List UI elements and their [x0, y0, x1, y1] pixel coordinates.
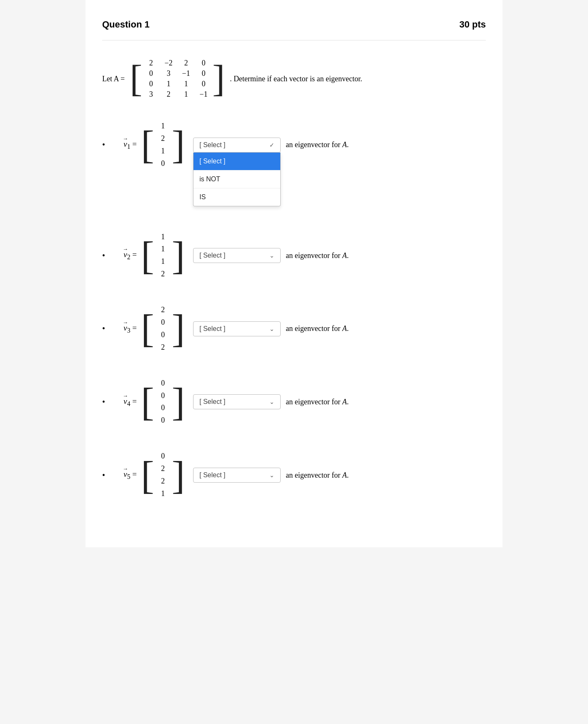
vector-v4: [ 0 0 0 0 ]	[141, 376, 185, 428]
vector-v1-label: v1 =	[108, 140, 137, 150]
v1-cell-1: 2	[159, 133, 167, 145]
v5-select-wrapper: [ Select ] ⌄	[193, 468, 281, 483]
v2-bracket-right: ]	[172, 236, 185, 276]
vector-v4-label: v4 =	[108, 397, 137, 408]
matrix-bracket-right: ]	[212, 60, 225, 98]
vector-v3-row: • v3 = [ 2 0 0 2 ] [ Select ] ⌄ an eigen…	[102, 303, 486, 355]
vector-v4-row: • v4 = [ 0 0 0 0 ] [ Select ] ⌄ an eigen…	[102, 376, 486, 428]
v4-eigenvector-text: an eigenvector for A.	[286, 398, 349, 406]
v4-bracket-right: ]	[172, 382, 185, 422]
v5-arrow-label: v	[123, 470, 127, 479]
v5-eigenvector-text: an eigenvector for A.	[286, 471, 349, 480]
v1-cell-2: 1	[159, 145, 167, 157]
v2-eigenvector-text: an eigenvector for A.	[286, 251, 349, 260]
v5-cell-1: 2	[159, 463, 167, 475]
v4-cell-2: 0	[159, 402, 167, 414]
chevron-down-icon: ✓	[269, 142, 274, 148]
v4-cell-3: 0	[159, 415, 167, 426]
chevron-down-icon: ⌄	[269, 252, 274, 259]
matrix-cell: −2	[164, 59, 173, 68]
vector-v1: [ 1 2 1 0 ]	[141, 119, 185, 171]
v4-cell-1: 0	[159, 390, 167, 402]
bullet: •	[102, 140, 105, 150]
v1-grid: 1 2 1 0	[154, 119, 172, 171]
v1-option-is[interactable]: IS	[193, 188, 280, 206]
matrix-bracket-left: [	[130, 60, 142, 98]
v1-bracket-right: ]	[172, 125, 185, 165]
v3-select-label: [ Select ]	[199, 325, 225, 333]
v1-select-wrapper: [ Select ] ✓ [ Select ] is NOT IS	[193, 138, 281, 153]
matrix-cell: 0	[199, 59, 208, 68]
vector-v5-row: • v5 = [ 0 2 2 1 ] [ Select ] ⌄ an eigen…	[102, 449, 486, 501]
matrix-grid: 2 −2 2 0 0 3 −1 0 0 1 1 0 3 2 1 −1	[142, 55, 212, 102]
bullet: •	[102, 471, 105, 480]
v4-cell-0: 0	[159, 378, 167, 389]
matrix-cell: 3	[146, 90, 156, 99]
vector-v2-row: • v2 = [ 1 1 1 2 ] [ Select ] ⌄ an eigen…	[102, 230, 486, 282]
v2-arrow-label: v	[123, 250, 127, 259]
v3-eigenvector-text: an eigenvector for A.	[286, 324, 349, 333]
v3-bracket-left: [	[141, 309, 154, 348]
v1-dropdown-area: [ Select ] ✓ [ Select ] is NOT IS an eig…	[193, 138, 349, 153]
v3-bracket-right: ]	[172, 309, 185, 348]
v3-cell-0: 2	[159, 304, 167, 316]
matrix-cell: 1	[181, 90, 191, 99]
v2-dropdown-area: [ Select ] ⌄ an eigenvector for A.	[193, 248, 349, 263]
v2-grid: 1 1 1 2	[154, 230, 172, 282]
v2-bracket-left: [	[141, 236, 154, 276]
v3-select-box[interactable]: [ Select ] ⌄	[193, 321, 281, 336]
chevron-down-icon: ⌄	[269, 326, 274, 332]
vector-v3-label: v3 =	[108, 323, 137, 334]
matrix-cell: 2	[146, 59, 156, 68]
v2-cell-1: 1	[159, 243, 167, 255]
v1-bracket-left: [	[141, 125, 154, 165]
vector-v5-label: v5 =	[108, 470, 137, 481]
v5-cell-2: 2	[159, 476, 167, 487]
v5-bracket-right: ]	[172, 456, 185, 495]
v1-eigenvector-text: an eigenvector for A.	[286, 140, 349, 149]
bullet: •	[102, 324, 105, 333]
v3-arrow-label: v	[123, 323, 127, 333]
vector-v5: [ 0 2 2 1 ]	[141, 449, 185, 501]
v1-cell-3: 0	[159, 158, 167, 170]
v1-select-label: [ Select ]	[199, 141, 225, 149]
v4-grid: 0 0 0 0	[154, 376, 172, 428]
v4-arrow-label: v	[123, 397, 127, 406]
v4-select-wrapper: [ Select ] ⌄	[193, 394, 281, 409]
matrix-cell: 2	[164, 90, 173, 99]
problem-prefix: Let A =	[102, 75, 125, 83]
v2-select-label: [ Select ]	[199, 252, 225, 259]
v5-select-label: [ Select ]	[199, 471, 225, 479]
v1-cell-0: 1	[159, 120, 167, 132]
v1-arrow-label: v	[123, 140, 127, 149]
matrix-cell: 0	[146, 69, 156, 78]
v5-dropdown-area: [ Select ] ⌄ an eigenvector for A.	[193, 468, 349, 483]
v2-select-box[interactable]: [ Select ] ⌄	[193, 248, 281, 263]
v4-dropdown-area: [ Select ] ⌄ an eigenvector for A.	[193, 394, 349, 409]
v5-select-box[interactable]: [ Select ] ⌄	[193, 468, 281, 483]
matrix-cell: 1	[164, 80, 173, 88]
chevron-down-icon: ⌄	[269, 472, 274, 478]
v3-dropdown-area: [ Select ] ⌄ an eigenvector for A.	[193, 321, 349, 336]
v1-dropdown-menu: [ Select ] is NOT IS	[193, 153, 281, 206]
matrix-cell: 3	[164, 69, 173, 78]
v3-cell-3: 2	[159, 342, 167, 353]
v1-option-is-not[interactable]: is NOT	[193, 170, 280, 188]
v5-cell-0: 0	[159, 451, 167, 462]
v5-cell-3: 1	[159, 488, 167, 500]
v5-bracket-left: [	[141, 456, 154, 495]
v5-grid: 0 2 2 1	[154, 449, 172, 501]
matrix-cell: −1	[199, 90, 208, 99]
v4-select-box[interactable]: [ Select ] ⌄	[193, 394, 281, 409]
question-title: Question 1	[102, 19, 150, 30]
v1-option-select[interactable]: [ Select ]	[193, 153, 280, 170]
chevron-down-icon: ⌄	[269, 398, 274, 405]
v3-select-wrapper: [ Select ] ⌄	[193, 321, 281, 336]
v4-select-label: [ Select ]	[199, 398, 225, 406]
v1-select-box[interactable]: [ Select ] ✓	[193, 138, 281, 153]
v4-bracket-left: [	[141, 382, 154, 422]
bullet: •	[102, 397, 105, 407]
matrix-cell: −1	[181, 69, 191, 78]
v2-select-wrapper: [ Select ] ⌄	[193, 248, 281, 263]
vector-v3: [ 2 0 0 2 ]	[141, 303, 185, 355]
